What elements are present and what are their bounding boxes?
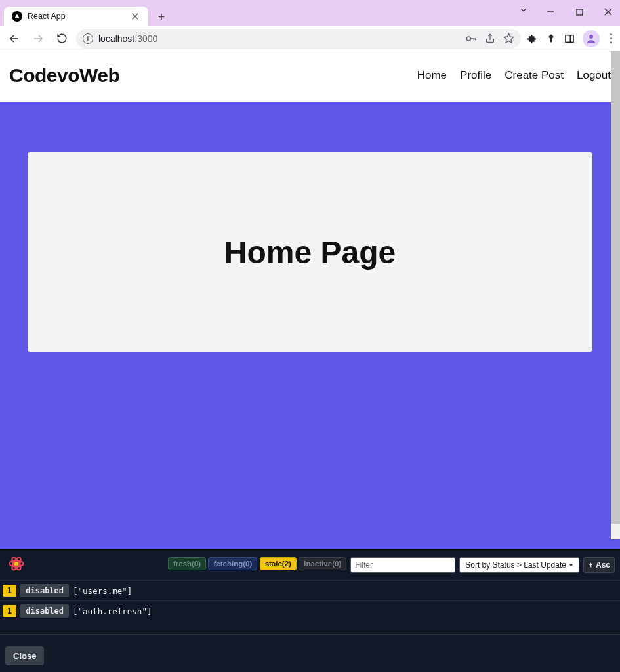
nav-links: Home Profile Create Post Logout — [417, 69, 611, 82]
browser-menu-button[interactable] — [608, 31, 615, 46]
hero-card: Home Page — [28, 152, 592, 352]
arrow-up-icon — [588, 562, 594, 568]
svg-point-9 — [466, 37, 470, 41]
svg-rect-15 — [566, 35, 573, 42]
react-query-logo-icon[interactable] — [7, 554, 26, 574]
nav-logout[interactable]: Logout — [577, 69, 611, 82]
svg-point-21 — [14, 562, 19, 566]
devtools-close-button[interactable]: Close — [5, 646, 44, 665]
devtools-sort-select[interactable]: Sort by Status > Last Update — [459, 557, 579, 573]
window-maximize-button[interactable] — [571, 4, 587, 20]
back-button[interactable] — [5, 30, 24, 48]
query-row[interactable]: 1 disabled ["users.me"] — [0, 580, 620, 600]
browser-toolbar: i localhost:3000 — [0, 26, 620, 51]
site-info-icon[interactable]: i — [83, 33, 93, 44]
vertical-scrollbar[interactable] — [611, 51, 620, 539]
nav-profile[interactable]: Profile — [460, 69, 491, 82]
svg-marker-4 — [14, 14, 20, 18]
svg-marker-14 — [504, 33, 513, 42]
hero-section: Home Page — [0, 102, 620, 549]
chevron-down-icon — [568, 562, 574, 568]
devtools-filter-input[interactable] — [350, 557, 455, 573]
browser-tab-active[interactable]: React App — [4, 7, 148, 26]
svg-marker-23 — [589, 563, 592, 568]
profile-avatar[interactable] — [583, 30, 600, 47]
share-icon[interactable] — [485, 33, 495, 44]
app-navbar: CodevoWeb Home Profile Create Post Logou… — [0, 51, 620, 102]
tab-favicon-icon — [12, 11, 22, 22]
extensions-icon[interactable] — [526, 33, 538, 45]
window-minimize-button[interactable] — [543, 4, 558, 20]
scrollbar-thumb[interactable] — [611, 51, 620, 524]
query-observer-count: 1 — [3, 605, 16, 617]
panel-icon[interactable] — [564, 33, 575, 44]
bookmark-star-icon[interactable] — [503, 33, 514, 44]
nav-create-post[interactable]: Create Post — [505, 69, 564, 82]
query-observer-count: 1 — [3, 585, 16, 597]
query-status-badge: disabled — [20, 584, 69, 597]
pill-inactive[interactable]: inactive(0) — [299, 557, 346, 570]
reload-button[interactable] — [52, 30, 71, 48]
devtools-sort-direction-button[interactable]: Asc — [583, 557, 615, 573]
query-row[interactable]: 1 disabled ["auth.refresh"] — [0, 600, 620, 621]
query-key: ["auth.refresh"] — [73, 606, 152, 616]
svg-marker-22 — [569, 564, 573, 566]
query-key: ["users.me"] — [73, 586, 132, 596]
react-query-devtools: fresh(0) fetching(0) stale(2) inactive(0… — [0, 549, 620, 672]
tab-title: React App — [28, 12, 125, 21]
pill-stale[interactable]: stale(2) — [260, 557, 297, 570]
password-key-icon[interactable] — [465, 33, 477, 45]
pill-fetching[interactable]: fetching(0) — [208, 557, 257, 570]
forward-button[interactable] — [29, 30, 47, 48]
pin-icon[interactable] — [546, 33, 556, 44]
address-bar[interactable]: i localhost:3000 — [76, 29, 521, 49]
svg-rect-1 — [577, 9, 583, 15]
page-viewport: CodevoWeb Home Profile Create Post Logou… — [0, 51, 620, 672]
brand-logo[interactable]: CodevoWeb — [9, 64, 119, 87]
sort-label: Sort by Status > Last Update — [465, 560, 566, 570]
svg-point-17 — [589, 35, 593, 39]
address-text: localhost:3000 — [98, 33, 157, 44]
devtools-query-list: 1 disabled ["users.me"] 1 disabled ["aut… — [0, 580, 620, 621]
tab-search-button[interactable] — [519, 5, 528, 14]
tab-close-button[interactable] — [130, 11, 140, 22]
window-titlebar — [0, 0, 620, 5]
page-title: Home Page — [224, 234, 396, 270]
nav-home[interactable]: Home — [417, 69, 447, 82]
asc-label: Asc — [596, 560, 610, 570]
new-tab-button[interactable]: + — [152, 8, 171, 26]
pill-fresh[interactable]: fresh(0) — [168, 557, 206, 570]
query-status-badge: disabled — [20, 604, 69, 618]
window-close-button[interactable] — [600, 4, 616, 20]
